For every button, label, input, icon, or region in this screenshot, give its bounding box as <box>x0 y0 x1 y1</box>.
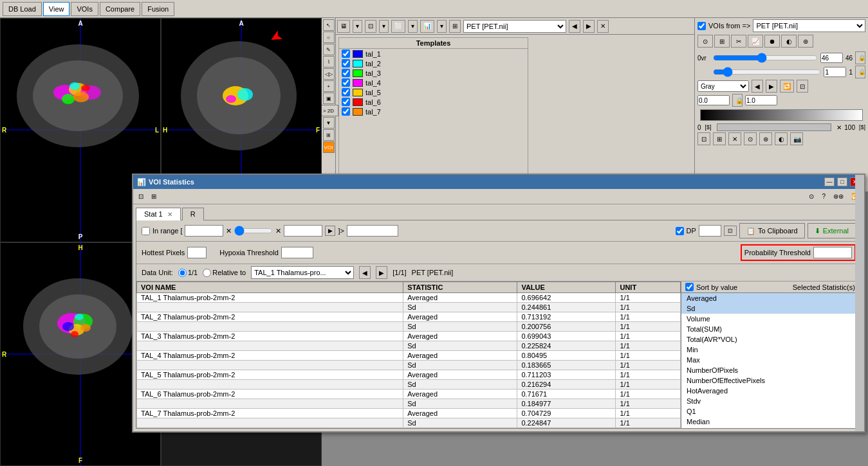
stats-item-volume[interactable]: Volume <box>681 314 861 324</box>
stats-item-q1[interactable]: Q1 <box>681 406 861 417</box>
voi-nav-prev[interactable]: ◀ <box>359 266 371 279</box>
colormap-prev[interactable]: ◀ <box>752 80 763 93</box>
template-check-tal_2[interactable] <box>342 59 350 67</box>
voi-checkbox[interactable] <box>697 22 706 30</box>
pet-selector[interactable]: PET [PET.nii] <box>463 20 566 33</box>
table-row[interactable]: TAL_4 Thalamus-prob-2mm-2 Averaged 0.804… <box>137 351 681 361</box>
in-range-checkbox[interactable] <box>142 227 150 235</box>
fusion-btn[interactable]: Fusion <box>142 2 174 16</box>
template-check-tal_5[interactable] <box>342 88 350 96</box>
pixel-icon-3[interactable]: ✕ <box>728 132 741 145</box>
col-statistic[interactable]: STATISTIC <box>403 282 517 293</box>
select-all-checkbox[interactable] <box>685 283 694 291</box>
stats-item-averaged[interactable]: Averaged <box>681 293 861 303</box>
sidebar-icon-4[interactable]: 📈 <box>748 35 763 48</box>
stats-item-stdv[interactable]: Stdv <box>681 396 861 406</box>
table-row[interactable]: Sd 0.216294 1/1 <box>137 380 681 390</box>
template-check-tal_4[interactable] <box>342 78 350 87</box>
tool-knife[interactable]: ⌇ <box>323 56 335 67</box>
chart-dropdown[interactable]: ▾ <box>437 20 447 33</box>
slider-2-lock[interactable]: 🔒 <box>855 66 865 78</box>
to-clipboard-btn[interactable]: 📋 To Clipboard <box>739 223 805 238</box>
tool-expand[interactable]: ◁▷ <box>323 68 335 80</box>
nav-prev[interactable]: ◀ <box>569 20 580 33</box>
stats-item-hotaveraged[interactable]: HotAveraged <box>681 386 861 396</box>
icon-btn-1[interactable]: 🖥 <box>337 20 350 33</box>
pixel-icon-5[interactable]: ⊛ <box>759 132 772 145</box>
chart-btn[interactable]: 📊 <box>420 20 434 33</box>
table-row[interactable]: TAL_5 Thalamus-prob-2mm-2 Averaged 0.711… <box>137 370 681 380</box>
dialog-tb-icon3[interactable]: ⊙ <box>806 192 817 201</box>
pixel-icon-1[interactable]: ⊡ <box>697 132 710 145</box>
stats-item-numberofeffectivepixels[interactable]: NumberOfEffectivePixels <box>681 375 861 386</box>
tool-circle[interactable]: ○ <box>323 31 335 43</box>
icon-btn-3[interactable]: ⬜ <box>391 20 405 33</box>
colormap-selector[interactable]: Gray <box>697 80 749 92</box>
compare-btn[interactable]: Compare <box>100 2 140 16</box>
hottest-input[interactable]: 5 <box>187 247 207 258</box>
tool-edit[interactable]: ✎ <box>323 44 335 55</box>
pixel-icon-2[interactable]: ⊞ <box>713 132 726 145</box>
hypoxia-input[interactable]: 0.0 <box>281 247 313 258</box>
stats-item-min[interactable]: Min <box>681 345 861 355</box>
sidebar-icon-2[interactable]: ⊞ <box>714 35 730 48</box>
table-row[interactable]: Sd 0.184977 1/1 <box>137 399 681 409</box>
radio-relative[interactable]: Relative to <box>203 269 246 277</box>
range-extra-input[interactable] <box>347 225 398 237</box>
sidebar-icon-7[interactable]: ⊛ <box>798 35 813 48</box>
prob-input[interactable]: 0.5 <box>813 247 852 258</box>
overlay-max[interactable]: 1.0 <box>745 95 777 105</box>
template-check-tal_6[interactable] <box>342 98 350 106</box>
tool-down[interactable]: ▼ <box>323 117 335 129</box>
stats-item-sd[interactable]: Sd <box>681 303 861 314</box>
template-check-tal_3[interactable] <box>342 69 350 77</box>
template-check-tal_1[interactable] <box>342 49 350 58</box>
tool-fill[interactable]: ▣ <box>323 93 335 104</box>
sidebar-icon-6[interactable]: ◐ <box>781 35 797 48</box>
range-slider-left[interactable] <box>234 226 273 236</box>
dialog-minimize[interactable]: — <box>824 177 835 186</box>
tool-cursor[interactable]: ↖ <box>323 19 335 31</box>
dialog-tb-icon5[interactable]: ⊛⊛ <box>831 192 846 201</box>
range-min-input[interactable]: 0.0 <box>185 225 223 237</box>
colormap-icon1[interactable]: 🔁 <box>780 80 794 93</box>
db-load-btn[interactable]: DB Load <box>3 2 42 16</box>
overlay-lock[interactable]: 🔒 <box>732 94 743 107</box>
tool-2d[interactable]: > 2D <box>319 105 338 116</box>
sidebar-icon-5[interactable]: ⏺ <box>764 35 780 48</box>
icon-dropdown-3[interactable]: ▾ <box>408 20 418 33</box>
pixel-icon-6[interactable]: ◐ <box>775 132 788 145</box>
tab-stat1[interactable]: Stat 1 ✕ <box>136 208 181 220</box>
col-voi-name[interactable]: VOI NAME <box>137 282 403 293</box>
table-row[interactable]: TAL_1 Thalamus-prob-2mm-2 Averaged 0.696… <box>137 293 681 303</box>
dp-input[interactable]: 6 <box>699 225 721 237</box>
radio-relative-input[interactable] <box>203 269 211 277</box>
table-row[interactable]: Sd 0.200756 1/1 <box>137 322 681 332</box>
icon-dropdown-2[interactable]: ▾ <box>379 20 389 33</box>
icon-dropdown-1[interactable]: ▾ <box>353 20 362 33</box>
range-max-input[interactable]: 1.0 <box>284 225 322 237</box>
stats-item-max[interactable]: Max <box>681 355 861 365</box>
voi-from-selector[interactable]: PET [PET.nii] <box>753 19 865 32</box>
table-row[interactable]: TAL_7 Thalamus-prob-2mm-2 Averaged 0.704… <box>137 409 681 418</box>
dialog-tb-icon2[interactable]: ⊞ <box>149 192 159 201</box>
slider-1[interactable] <box>713 53 818 63</box>
table-row[interactable]: Sd 0.224847 1/1 <box>137 418 681 428</box>
stats-item-median[interactable]: Median <box>681 417 861 427</box>
stats-item-total(sum)[interactable]: Total(SUM) <box>681 324 861 334</box>
dp-icon[interactable]: ⊡ <box>724 226 737 236</box>
sidebar-icon-3[interactable]: ✂ <box>731 35 746 48</box>
pixel-icon-4[interactable]: ⊙ <box>744 132 757 145</box>
dialog-restore[interactable]: □ <box>837 177 847 186</box>
table-row[interactable]: Sd 0.183665 1/1 <box>137 361 681 370</box>
stats-scrollbar[interactable] <box>855 282 861 428</box>
close-view[interactable]: ✕ <box>597 20 609 33</box>
slider-2[interactable] <box>713 67 821 77</box>
voi-nav-next[interactable]: ▶ <box>376 266 387 279</box>
table-row[interactable]: Sd 0.244861 1/1 <box>137 303 681 312</box>
vois-btn[interactable]: VOIs <box>71 2 98 16</box>
dp-checkbox[interactable] <box>676 227 684 235</box>
table-row[interactable]: TAL_3 Thalamus-prob-2mm-2 Averaged 0.699… <box>137 332 681 341</box>
slider-2-input[interactable]: 1 <box>824 67 846 77</box>
radio-1-1-input[interactable] <box>178 269 187 277</box>
